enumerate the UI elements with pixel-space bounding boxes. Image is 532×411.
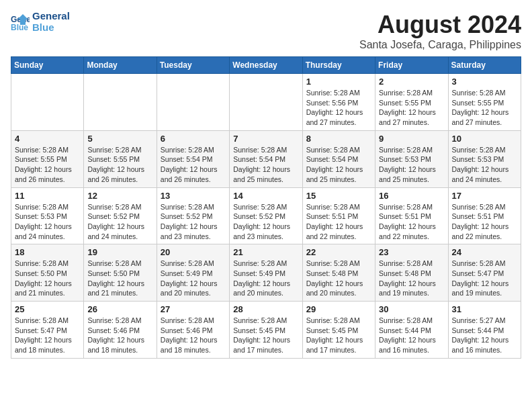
calendar-cell: 5Sunrise: 5:28 AMSunset: 5:55 PMDaylight… <box>84 130 157 187</box>
logo-text-blue: Blue <box>32 22 70 34</box>
calendar-cell: 31Sunrise: 5:27 AMSunset: 5:44 PMDayligh… <box>448 302 521 359</box>
day-number: 31 <box>452 304 517 314</box>
day-number: 15 <box>306 191 371 201</box>
calendar-cell: 6Sunrise: 5:28 AMSunset: 5:54 PMDaylight… <box>157 130 229 187</box>
day-number: 12 <box>87 191 152 201</box>
day-info: Sunrise: 5:28 AMSunset: 5:47 PMDaylight:… <box>15 316 80 355</box>
calendar-cell: 11Sunrise: 5:28 AMSunset: 5:53 PMDayligh… <box>11 187 84 244</box>
day-info: Sunrise: 5:28 AMSunset: 5:55 PMDaylight:… <box>15 145 80 185</box>
logo-icon: General Blue <box>11 13 30 32</box>
calendar-cell: 27Sunrise: 5:28 AMSunset: 5:46 PMDayligh… <box>157 302 229 359</box>
calendar-week-row: 11Sunrise: 5:28 AMSunset: 5:53 PMDayligh… <box>11 187 521 244</box>
day-info: Sunrise: 5:28 AMSunset: 5:53 PMDaylight:… <box>379 145 444 185</box>
calendar-cell: 29Sunrise: 5:28 AMSunset: 5:45 PMDayligh… <box>302 302 375 359</box>
day-info: Sunrise: 5:28 AMSunset: 5:55 PMDaylight:… <box>452 88 517 128</box>
calendar-cell <box>11 74 84 131</box>
day-number: 9 <box>379 134 444 144</box>
calendar-subtitle: Santa Josefa, Caraga, Philippines <box>359 39 521 51</box>
calendar-cell: 21Sunrise: 5:28 AMSunset: 5:49 PMDayligh… <box>230 244 302 302</box>
calendar-cell: 19Sunrise: 5:28 AMSunset: 5:50 PMDayligh… <box>84 244 157 302</box>
day-info: Sunrise: 5:28 AMSunset: 5:48 PMDaylight:… <box>379 259 444 298</box>
calendar-header-monday: Monday <box>84 57 157 74</box>
day-number: 13 <box>161 191 226 201</box>
day-info: Sunrise: 5:28 AMSunset: 5:56 PMDaylight:… <box>306 88 371 128</box>
calendar-header-row: SundayMondayTuesdayWednesdayThursdayFrid… <box>11 57 521 74</box>
day-info: Sunrise: 5:28 AMSunset: 5:55 PMDaylight:… <box>87 145 152 185</box>
calendar-week-row: 25Sunrise: 5:28 AMSunset: 5:47 PMDayligh… <box>11 302 521 359</box>
day-info: Sunrise: 5:28 AMSunset: 5:46 PMDaylight:… <box>87 316 152 355</box>
day-info: Sunrise: 5:28 AMSunset: 5:45 PMDaylight:… <box>306 316 371 355</box>
calendar-cell <box>84 74 157 131</box>
calendar-cell <box>157 74 229 131</box>
day-number: 10 <box>452 134 517 144</box>
calendar-week-row: 1Sunrise: 5:28 AMSunset: 5:56 PMDaylight… <box>11 74 521 131</box>
calendar-cell: 1Sunrise: 5:28 AMSunset: 5:56 PMDaylight… <box>302 74 375 131</box>
day-number: 3 <box>452 77 517 87</box>
day-number: 6 <box>161 134 226 144</box>
calendar-cell: 2Sunrise: 5:28 AMSunset: 5:55 PMDaylight… <box>375 74 448 131</box>
calendar-header-friday: Friday <box>375 57 448 74</box>
calendar-header-thursday: Thursday <box>302 57 375 74</box>
day-info: Sunrise: 5:28 AMSunset: 5:47 PMDaylight:… <box>452 259 517 298</box>
day-info: Sunrise: 5:28 AMSunset: 5:53 PMDaylight:… <box>15 202 80 242</box>
day-number: 26 <box>87 304 152 314</box>
calendar-cell: 17Sunrise: 5:28 AMSunset: 5:51 PMDayligh… <box>448 187 521 244</box>
day-info: Sunrise: 5:28 AMSunset: 5:51 PMDaylight:… <box>379 202 444 242</box>
day-number: 16 <box>379 191 444 201</box>
day-number: 20 <box>161 247 226 257</box>
day-number: 1 <box>306 77 371 87</box>
day-info: Sunrise: 5:28 AMSunset: 5:52 PMDaylight:… <box>87 202 152 242</box>
day-info: Sunrise: 5:28 AMSunset: 5:45 PMDaylight:… <box>233 316 298 355</box>
title-area: August 2024 Santa Josefa, Caraga, Philip… <box>359 11 521 51</box>
day-info: Sunrise: 5:28 AMSunset: 5:52 PMDaylight:… <box>161 202 226 242</box>
calendar-cell: 8Sunrise: 5:28 AMSunset: 5:54 PMDaylight… <box>302 130 375 187</box>
day-number: 11 <box>15 191 80 201</box>
day-number: 24 <box>452 247 517 257</box>
day-info: Sunrise: 5:28 AMSunset: 5:44 PMDaylight:… <box>379 316 444 355</box>
calendar-cell: 30Sunrise: 5:28 AMSunset: 5:44 PMDayligh… <box>375 302 448 359</box>
day-number: 23 <box>379 247 444 257</box>
day-number: 8 <box>306 134 371 144</box>
day-info: Sunrise: 5:28 AMSunset: 5:51 PMDaylight:… <box>452 202 517 242</box>
calendar-cell: 4Sunrise: 5:28 AMSunset: 5:55 PMDaylight… <box>11 130 84 187</box>
day-info: Sunrise: 5:28 AMSunset: 5:46 PMDaylight:… <box>161 316 226 355</box>
day-number: 5 <box>87 134 152 144</box>
calendar-week-row: 4Sunrise: 5:28 AMSunset: 5:55 PMDaylight… <box>11 130 521 187</box>
day-info: Sunrise: 5:28 AMSunset: 5:50 PMDaylight:… <box>87 259 152 298</box>
day-info: Sunrise: 5:28 AMSunset: 5:51 PMDaylight:… <box>306 202 371 242</box>
day-number: 22 <box>306 247 371 257</box>
calendar-week-row: 18Sunrise: 5:28 AMSunset: 5:50 PMDayligh… <box>11 244 521 302</box>
svg-text:Blue: Blue <box>11 23 28 32</box>
calendar-cell: 22Sunrise: 5:28 AMSunset: 5:48 PMDayligh… <box>302 244 375 302</box>
day-number: 25 <box>15 304 80 314</box>
day-number: 2 <box>379 77 444 87</box>
day-info: Sunrise: 5:28 AMSunset: 5:52 PMDaylight:… <box>233 202 298 242</box>
day-number: 19 <box>87 247 152 257</box>
day-info: Sunrise: 5:28 AMSunset: 5:54 PMDaylight:… <box>161 145 226 185</box>
calendar-cell <box>230 74 302 131</box>
day-number: 14 <box>233 191 298 201</box>
logo: General Blue General Blue <box>11 11 70 33</box>
calendar-header-tuesday: Tuesday <box>157 57 229 74</box>
calendar-header-sunday: Sunday <box>11 57 84 74</box>
day-number: 17 <box>452 191 517 201</box>
calendar-cell: 13Sunrise: 5:28 AMSunset: 5:52 PMDayligh… <box>157 187 229 244</box>
day-number: 4 <box>15 134 80 144</box>
calendar-cell: 7Sunrise: 5:28 AMSunset: 5:54 PMDaylight… <box>230 130 302 187</box>
calendar-header-saturday: Saturday <box>448 57 521 74</box>
day-info: Sunrise: 5:28 AMSunset: 5:54 PMDaylight:… <box>306 145 371 185</box>
calendar-cell: 10Sunrise: 5:28 AMSunset: 5:53 PMDayligh… <box>448 130 521 187</box>
day-number: 21 <box>233 247 298 257</box>
calendar-cell: 9Sunrise: 5:28 AMSunset: 5:53 PMDaylight… <box>375 130 448 187</box>
calendar-title: August 2024 <box>359 11 521 39</box>
calendar-header-wednesday: Wednesday <box>230 57 302 74</box>
day-number: 28 <box>233 304 298 314</box>
calendar-cell: 12Sunrise: 5:28 AMSunset: 5:52 PMDayligh… <box>84 187 157 244</box>
day-info: Sunrise: 5:28 AMSunset: 5:48 PMDaylight:… <box>306 259 371 298</box>
day-number: 29 <box>306 304 371 314</box>
calendar-cell: 28Sunrise: 5:28 AMSunset: 5:45 PMDayligh… <box>230 302 302 359</box>
calendar-table: SundayMondayTuesdayWednesdayThursdayFrid… <box>11 56 521 359</box>
calendar-cell: 18Sunrise: 5:28 AMSunset: 5:50 PMDayligh… <box>11 244 84 302</box>
calendar-cell: 23Sunrise: 5:28 AMSunset: 5:48 PMDayligh… <box>375 244 448 302</box>
calendar-cell: 15Sunrise: 5:28 AMSunset: 5:51 PMDayligh… <box>302 187 375 244</box>
